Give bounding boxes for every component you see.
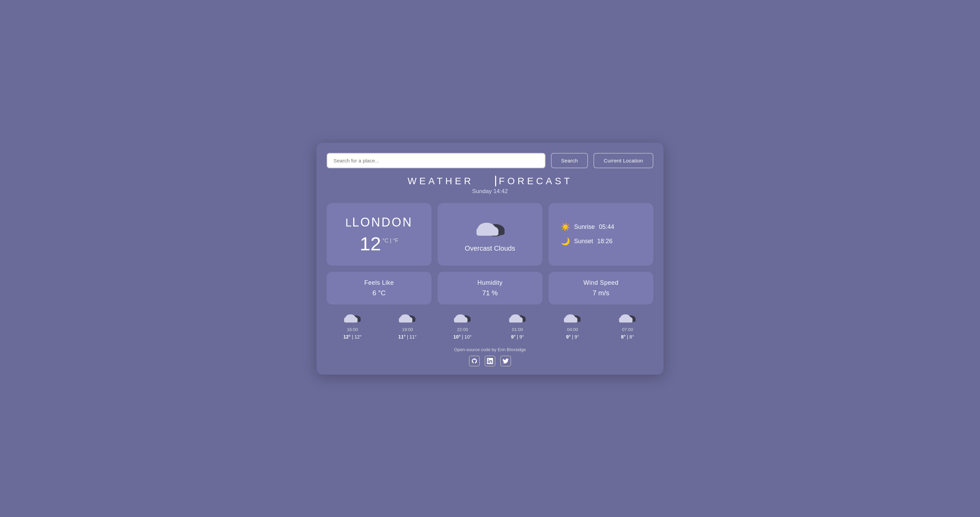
wind-speed-label: Wind Speed bbox=[583, 279, 618, 286]
main-cards-row: LLondon 12 °C | °F bbox=[327, 203, 653, 266]
humidity-value: 71 % bbox=[482, 289, 498, 297]
forecast-time: 01:00 bbox=[512, 327, 523, 332]
search-button[interactable]: Search bbox=[551, 153, 588, 168]
forecast-time: 07:00 bbox=[622, 327, 633, 332]
feels-like-label: Feels Like bbox=[364, 279, 394, 286]
forecast-item-1: 19:00 11° | 11° bbox=[382, 311, 434, 340]
forecast-temp: 9° | 9° bbox=[566, 334, 579, 340]
forecast-cloud-icon bbox=[342, 311, 363, 325]
sunrise-icon: ☀️ bbox=[561, 223, 570, 231]
forecast-item-3: 01:00 9° | 9° bbox=[492, 311, 543, 340]
forecast-cloud-icon bbox=[397, 311, 417, 325]
title-part2: FORECAST bbox=[495, 176, 572, 186]
sunrise-row: ☀️ Sunrise 05:44 bbox=[561, 223, 614, 231]
svg-rect-41 bbox=[564, 319, 578, 322]
forecast-time: 04:00 bbox=[567, 327, 578, 332]
forecast-temp: 9° | 9° bbox=[511, 334, 524, 340]
sunset-time: 18:26 bbox=[597, 238, 612, 245]
svg-rect-13 bbox=[344, 319, 358, 322]
forecast-item-2: 22:00 10° | 10° bbox=[437, 311, 488, 340]
forecast-time: 22:00 bbox=[457, 327, 468, 332]
footer-icons bbox=[327, 356, 653, 367]
svg-rect-6 bbox=[476, 231, 498, 236]
app-container: Search Current Location WEATHER FORECAST… bbox=[317, 143, 663, 375]
forecast-cloud-icon bbox=[562, 311, 582, 325]
forecast-temp: 12° | 12° bbox=[343, 334, 362, 340]
github-icon-button[interactable] bbox=[469, 356, 480, 367]
svg-rect-48 bbox=[619, 319, 633, 322]
forecast-time: 16:00 bbox=[347, 327, 358, 332]
wind-speed-card: Wind Speed 7 m/s bbox=[549, 272, 653, 305]
sunset-row: 🌙 Sunset 18:26 bbox=[561, 237, 612, 246]
wind-speed-value: 7 m/s bbox=[593, 289, 609, 297]
forecast-temp: 10° | 10° bbox=[453, 334, 472, 340]
sunrise-time: 05:44 bbox=[599, 223, 614, 231]
cloud-icon bbox=[473, 216, 507, 241]
condition-text: Overcast Clouds bbox=[465, 244, 515, 252]
forecast-time: 19:00 bbox=[402, 327, 413, 332]
humidity-card: Humidity 71 % bbox=[438, 272, 542, 305]
forecast-item-5: 07:00 8° | 8° bbox=[601, 311, 653, 340]
forecast-cloud-icon bbox=[617, 311, 638, 325]
forecast-temp: 8° | 8° bbox=[621, 334, 634, 340]
city-card: LLondon 12 °C | °F bbox=[327, 203, 431, 266]
feels-like-card: Feels Like 6 °C bbox=[327, 272, 431, 305]
title-part1: WEATHER bbox=[408, 176, 474, 186]
city-name: LLondon bbox=[345, 215, 413, 230]
current-location-button[interactable]: Current Location bbox=[593, 153, 653, 168]
svg-rect-27 bbox=[454, 319, 468, 322]
forecast-item-4: 04:00 9° | 9° bbox=[547, 311, 598, 340]
temp-number: 12 bbox=[360, 234, 381, 254]
footer: Open-source code by Erin Bloxsidge bbox=[327, 347, 653, 352]
forecast-cloud-icon bbox=[452, 311, 473, 325]
sunset-label: Sunset bbox=[574, 238, 593, 245]
forecast-item-0: 16:00 12° | 12° bbox=[327, 311, 379, 340]
humidity-label: Humidity bbox=[477, 279, 503, 286]
sun-card: ☀️ Sunrise 05:44 🌙 Sunset 18:26 bbox=[549, 203, 653, 266]
forecast-cloud-icon bbox=[508, 311, 528, 325]
search-input[interactable] bbox=[327, 153, 546, 168]
forecast-temp: 11° | 11° bbox=[398, 334, 417, 340]
sunset-icon: 🌙 bbox=[561, 237, 570, 246]
sunrise-label: Sunrise bbox=[574, 223, 595, 231]
svg-rect-34 bbox=[509, 319, 523, 322]
temperature-display: 12 °C | °F bbox=[360, 234, 398, 254]
info-row: Feels Like 6 °C Humidity 71 % Wind Speed… bbox=[327, 272, 653, 305]
forecast-row: 16:00 12° | 12° 19:00 11° | 11° bbox=[327, 311, 653, 340]
condition-card: Overcast Clouds bbox=[438, 203, 542, 266]
feels-like-value: 6 °C bbox=[372, 289, 385, 297]
svg-rect-20 bbox=[399, 319, 412, 322]
temp-units[interactable]: °C | °F bbox=[382, 238, 398, 244]
app-title: WEATHER FORECAST bbox=[327, 176, 653, 187]
search-row: Search Current Location bbox=[327, 153, 653, 168]
linkedin-icon-button[interactable] bbox=[485, 356, 495, 367]
app-subtitle: Sunday 14:42 bbox=[327, 188, 653, 195]
twitter-icon-button[interactable] bbox=[500, 356, 511, 367]
